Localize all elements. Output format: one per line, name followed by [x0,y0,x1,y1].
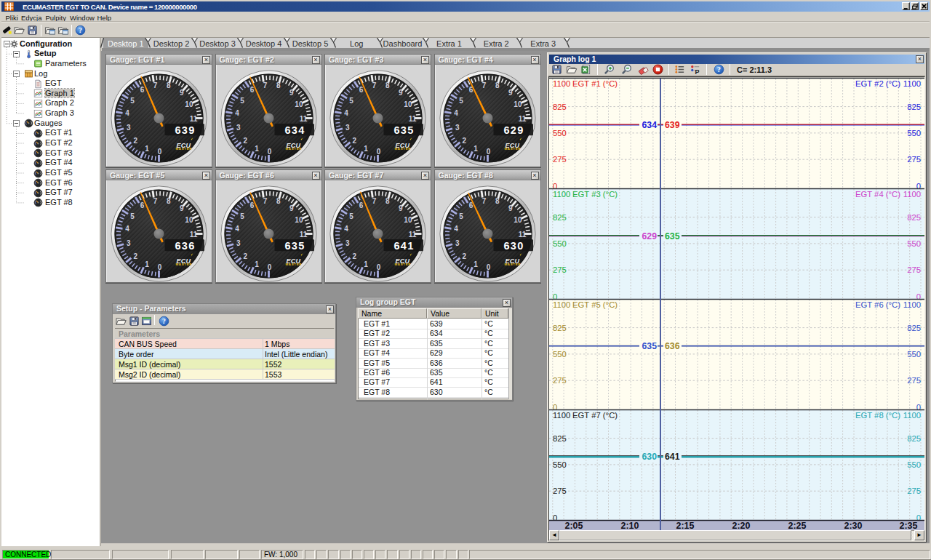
svg-text:636: 636 [665,341,680,351]
svg-text:636: 636 [175,240,195,252]
svg-text:550: 550 [907,239,921,248]
svg-text:639: 639 [665,120,680,130]
svg-text:629: 629 [503,124,524,136]
svg-text:275: 275 [907,376,921,385]
svg-text:1100: 1100 [553,190,570,199]
svg-text:EGT #3 (°C): EGT #3 (°C) [572,190,618,199]
svg-text:825: 825 [907,213,921,222]
svg-text:MASTER: MASTER [285,147,302,151]
svg-text:275: 275 [907,487,921,495]
svg-text:1100: 1100 [553,79,570,88]
svg-text:2:25: 2:25 [788,521,806,530]
svg-text:MASTER: MASTER [504,147,521,151]
svg-text:MASTER: MASTER [285,263,302,266]
svg-text:?: ? [162,317,166,325]
svg-text:275: 275 [907,265,921,274]
svg-text:550: 550 [553,129,567,137]
svg-text:825: 825 [553,213,567,222]
svg-text:550: 550 [553,460,567,469]
svg-text:825: 825 [907,434,921,443]
svg-text:EGT #7 (°C): EGT #7 (°C) [572,411,618,420]
svg-text:825: 825 [907,324,921,332]
svg-text:641: 641 [393,240,414,252]
svg-text:2:35: 2:35 [899,521,917,530]
svg-text:EGT #8 (°C): EGT #8 (°C) [855,411,900,420]
svg-text:550: 550 [907,460,921,469]
svg-text:275: 275 [553,487,567,495]
svg-text:EGT #5 (°C): EGT #5 (°C) [572,300,618,309]
svg-text:P: P [695,68,700,75]
svg-text:?: ? [717,65,721,73]
svg-text:1100: 1100 [553,300,570,309]
svg-text:2:05: 2:05 [564,521,583,530]
svg-text:MASTER: MASTER [394,147,411,151]
svg-text:825: 825 [553,103,567,111]
svg-text:639: 639 [175,124,195,136]
svg-text:MASTER: MASTER [175,263,192,266]
svg-text:550: 550 [553,350,567,359]
svg-text:825: 825 [553,324,567,332]
svg-text:550: 550 [907,129,921,137]
svg-text:635: 635 [642,341,657,351]
svg-text:1100: 1100 [903,190,921,199]
svg-text:635: 635 [393,124,414,136]
svg-text:2:20: 2:20 [732,521,750,530]
svg-text:2:30: 2:30 [844,521,862,530]
svg-text:MASTER: MASTER [504,263,521,266]
svg-text:1100: 1100 [553,411,570,420]
svg-text:EGT #1 (°C): EGT #1 (°C) [572,79,618,88]
svg-text:MASTER: MASTER [394,263,411,266]
svg-text:629: 629 [642,231,657,241]
svg-text:1100: 1100 [903,79,921,88]
svg-text:635: 635 [284,240,305,252]
svg-text:EGT #4 (°C): EGT #4 (°C) [855,190,900,199]
svg-text:1100: 1100 [903,411,921,420]
svg-text:EGT #2 (°C): EGT #2 (°C) [855,79,900,88]
svg-text:275: 275 [553,265,567,274]
svg-text:634: 634 [284,124,305,136]
svg-text:1100: 1100 [903,300,921,309]
svg-text:630: 630 [503,240,524,252]
svg-text:275: 275 [553,376,567,385]
svg-text:2:15: 2:15 [676,521,694,530]
svg-text:EGT #6 (°C): EGT #6 (°C) [855,300,900,309]
svg-text:825: 825 [553,434,567,443]
svg-text:825: 825 [907,103,921,111]
svg-text:630: 630 [642,452,657,462]
svg-text:634: 634 [642,120,657,130]
svg-text:MASTER: MASTER [175,147,192,151]
svg-text:550: 550 [553,239,567,248]
svg-text:2:10: 2:10 [620,521,639,530]
svg-text:641: 641 [665,452,680,462]
svg-text:550: 550 [907,350,921,359]
svg-text:275: 275 [553,155,567,164]
svg-text:635: 635 [665,231,680,241]
svg-text:275: 275 [907,155,921,164]
